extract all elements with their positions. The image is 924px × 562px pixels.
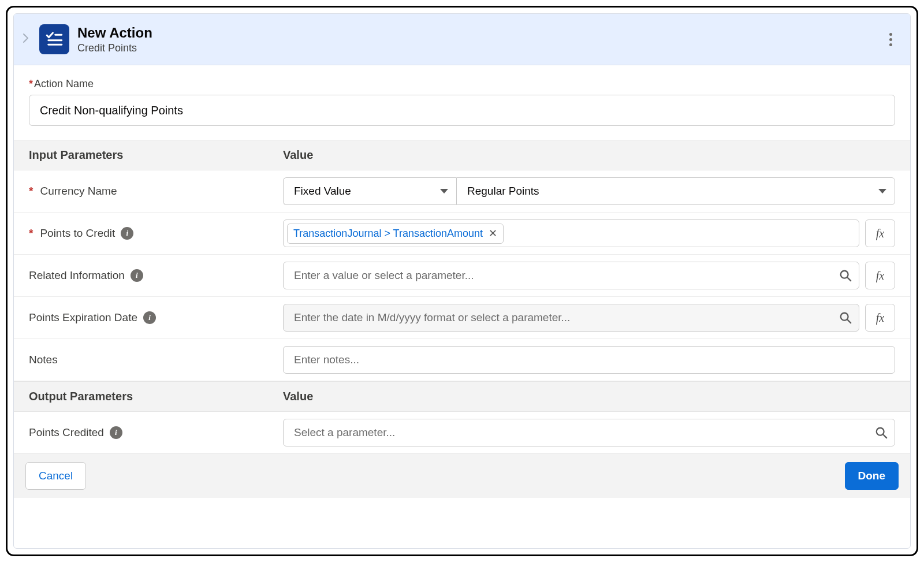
currency-name-mode-select[interactable]: Fixed Value bbox=[283, 177, 456, 205]
info-icon[interactable]: i bbox=[121, 227, 133, 240]
row-related-information: Related Information i fx bbox=[14, 255, 910, 297]
currency-name-value-select[interactable]: Regular Points bbox=[456, 177, 895, 205]
chevron-down-icon bbox=[878, 189, 886, 193]
card-header: New Action Credit Points bbox=[14, 14, 910, 65]
dialog-frame: New Action Credit Points *Action Name In… bbox=[6, 6, 918, 556]
output-params-header-label: Output Parameters bbox=[29, 390, 283, 403]
more-actions-button[interactable] bbox=[882, 29, 899, 50]
action-name-label: *Action Name bbox=[29, 78, 895, 90]
svg-line-6 bbox=[847, 319, 851, 323]
done-button[interactable]: Done bbox=[845, 462, 899, 490]
input-params-header: Input Parameters Value bbox=[14, 140, 910, 170]
action-name-section: *Action Name bbox=[14, 65, 910, 140]
notes-label: Notes bbox=[29, 353, 283, 366]
search-icon bbox=[839, 311, 852, 324]
svg-line-8 bbox=[883, 434, 886, 438]
points-expiration-date-label: Points Expiration Date i bbox=[29, 311, 283, 324]
fx-button[interactable]: fx bbox=[865, 262, 895, 289]
search-icon bbox=[839, 269, 852, 282]
points-credited-label: Points Credited i bbox=[29, 426, 283, 439]
points-credited-input[interactable] bbox=[283, 419, 895, 446]
currency-name-select-pair: Fixed Value Regular Points bbox=[283, 177, 895, 205]
header-subtitle: Credit Points bbox=[77, 42, 152, 54]
fx-button[interactable]: fx bbox=[865, 219, 895, 247]
cancel-button[interactable]: Cancel bbox=[25, 462, 86, 490]
required-marker: * bbox=[29, 185, 33, 198]
fx-button[interactable]: fx bbox=[865, 304, 895, 332]
row-points-expiration-date: Points Expiration Date i fx bbox=[14, 297, 910, 339]
points-to-credit-input[interactable]: TransactionJournal > TransactionAmount ✕ bbox=[283, 219, 859, 247]
points-expiration-date-input[interactable] bbox=[283, 304, 859, 332]
row-points-credited: Points Credited i bbox=[14, 412, 910, 453]
action-name-input[interactable] bbox=[29, 95, 895, 126]
info-icon[interactable]: i bbox=[110, 426, 122, 439]
points-to-credit-label: * Points to Credit i bbox=[29, 227, 283, 240]
row-notes: Notes bbox=[14, 339, 910, 381]
row-points-to-credit: * Points to Credit i TransactionJournal … bbox=[14, 213, 910, 255]
search-icon bbox=[875, 426, 888, 439]
info-icon[interactable]: i bbox=[143, 311, 156, 324]
action-card: New Action Credit Points *Action Name In… bbox=[13, 13, 911, 549]
notes-input[interactable] bbox=[283, 346, 895, 374]
chevron-down-icon bbox=[440, 189, 448, 193]
required-marker: * bbox=[29, 227, 33, 240]
header-titles: New Action Credit Points bbox=[77, 25, 152, 54]
input-params-header-label: Input Parameters bbox=[29, 148, 283, 162]
related-information-input[interactable] bbox=[283, 262, 859, 289]
parameter-chip[interactable]: TransactionJournal > TransactionAmount ✕ bbox=[287, 224, 504, 244]
value-header-label: Value bbox=[283, 390, 895, 403]
value-header-label: Value bbox=[283, 148, 895, 162]
chevron-right-icon[interactable] bbox=[21, 34, 31, 46]
required-marker: * bbox=[29, 78, 33, 90]
info-icon[interactable]: i bbox=[131, 269, 143, 282]
output-params-header: Output Parameters Value bbox=[14, 381, 910, 412]
svg-line-4 bbox=[847, 277, 851, 281]
chip-remove-icon[interactable]: ✕ bbox=[489, 228, 497, 239]
header-title: New Action bbox=[77, 25, 152, 41]
related-information-label: Related Information i bbox=[29, 269, 283, 282]
row-currency-name: * Currency Name Fixed Value Regular Poin… bbox=[14, 170, 910, 213]
currency-name-label: * Currency Name bbox=[29, 185, 283, 198]
dialog-footer: Cancel Done bbox=[14, 453, 910, 498]
action-type-icon bbox=[39, 24, 69, 54]
